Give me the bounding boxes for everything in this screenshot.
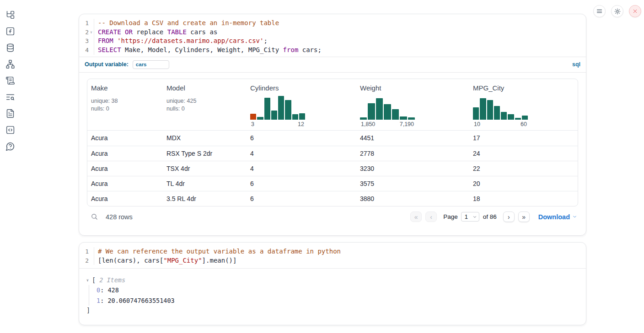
item-value: 20.060747663551403 (107, 297, 174, 304)
gear-icon (614, 8, 621, 15)
documentation-file-icon[interactable] (5, 108, 16, 119)
page-total-label: of 86 (483, 213, 497, 220)
items-count: 2 Items (99, 275, 125, 285)
histogram-bar (299, 113, 305, 120)
hamburger-icon (596, 8, 603, 15)
table-row[interactable]: Acura TSX 4dr 4 3230 22 (87, 161, 578, 176)
output-variable-input[interactable] (133, 60, 169, 69)
code-text: SELECT Make, Model, Cylinders, Weight, M… (94, 46, 322, 55)
histogram-bar (271, 111, 277, 120)
mpg-city-histogram: 1060 (473, 96, 528, 127)
table-header: Make unique: 38 nulls: 0 Model unique: 4… (87, 79, 578, 131)
python-cell: 1 # We can reference the output variable… (79, 242, 586, 325)
row-count: 428 rows (106, 213, 133, 221)
help-chat-icon[interactable] (5, 141, 16, 152)
line-number: 2∨ (79, 28, 94, 37)
code-line[interactable]: 4 SELECT Make, Model, Cylinders, Weight,… (79, 46, 586, 55)
histogram-bar (494, 106, 500, 120)
item-index: 1 (97, 297, 100, 304)
column-header-weight[interactable]: Weight 1,8507,190 (356, 79, 469, 130)
cell-make: Acura (87, 180, 163, 187)
table-row[interactable]: Acura TL 4dr 6 3575 20 (87, 176, 578, 191)
cell-weight: 3230 (356, 165, 469, 172)
cell-weight: 2778 (356, 150, 469, 157)
histogram-bar (487, 100, 493, 120)
histogram-bar (522, 116, 528, 120)
histogram-bar (285, 100, 291, 120)
table-row[interactable]: Acura 3.5 RL 4dr 6 3880 18 (87, 191, 578, 206)
histogram-bar (376, 98, 383, 120)
scratchpad-scroll-icon[interactable] (5, 75, 16, 86)
settings-button[interactable] (611, 5, 623, 17)
code-line[interactable]: 2∨ CREATE OR replace TABLE cars as (79, 28, 586, 37)
histogram-bar (408, 117, 415, 120)
column-header-mpg-city[interactable]: MPG_City 1060 (469, 79, 578, 130)
code-text: -- Download a CSV and create an in-memor… (94, 19, 279, 28)
histogram-bar (515, 118, 521, 120)
search-icon[interactable] (91, 213, 98, 221)
cell-model: 3.5 RL 4dr (163, 195, 247, 202)
column-header-model[interactable]: Model unique: 425 nulls: 0 (163, 79, 247, 130)
histogram-bar (384, 104, 391, 120)
cell-weight: 3575 (356, 180, 469, 187)
python-code-editor[interactable]: 1 # We can reference the output variable… (79, 243, 586, 269)
dependency-graph-icon[interactable] (5, 58, 16, 69)
code-line[interactable]: 1 -- Download a CSV and create an in-mem… (79, 19, 586, 28)
language-badge: sql (572, 61, 580, 68)
code-line[interactable]: 3 FROM 'https://datasets.marimo.app/cars… (79, 37, 586, 46)
close-bracket: ] (86, 306, 579, 315)
chevron-left-icon: ‹ (430, 214, 432, 220)
cell-make: Acura (87, 150, 163, 157)
tree-collapse-chevron-icon[interactable]: ∨ (86, 275, 92, 285)
line-number: 1 (79, 247, 94, 256)
histogram-bar (292, 114, 298, 119)
line-number: 3 (79, 37, 94, 46)
page-label: Page (443, 213, 458, 220)
histogram-bar (368, 103, 375, 119)
fold-chevron-icon[interactable]: ∨ (89, 31, 94, 34)
next-page-button[interactable]: › (503, 211, 515, 222)
table-row[interactable]: Acura MDX 6 4451 17 (87, 131, 578, 146)
histogram-bar (501, 112, 507, 120)
chevron-down-icon (572, 214, 577, 219)
variables-function-icon[interactable] (5, 26, 16, 37)
cylinders-histogram: 312 (250, 96, 305, 127)
snippets-code-icon[interactable] (5, 124, 16, 135)
code-line[interactable]: 2 [len(cars), cars["MPG_City"].mean()] (79, 256, 586, 265)
download-button[interactable]: Download (538, 213, 577, 221)
first-page-button[interactable]: « (410, 211, 422, 222)
cell-weight: 4451 (356, 134, 469, 142)
file-tree-icon[interactable] (5, 9, 16, 20)
python-output-tree: ∨ [ 2 Items 0: 428 1: 20.060747663551403… (79, 269, 586, 315)
column-stats: unique: 38 nulls: 0 (91, 97, 159, 113)
column-header-make[interactable]: Make unique: 38 nulls: 0 (87, 79, 163, 130)
chevrons-right-icon: » (522, 214, 526, 220)
cell-mpg-city: 22 (469, 165, 578, 172)
histogram-bar (257, 117, 263, 120)
database-icon[interactable] (5, 42, 16, 53)
cell-cylinders: 6 (247, 180, 356, 187)
code-line[interactable]: 1 # We can reference the output variable… (79, 247, 586, 256)
menu-button[interactable] (593, 5, 606, 17)
weight-histogram: 1,8507,190 (360, 96, 415, 127)
histogram-bar (264, 98, 270, 120)
column-header-cylinders[interactable]: Cylinders 312 (247, 79, 356, 130)
cell-model: TL 4dr (163, 180, 247, 187)
cell-cylinders: 4 (247, 165, 356, 172)
output-variable-label: Output variable: (85, 61, 129, 68)
logs-text-search-icon[interactable] (5, 91, 16, 102)
cell-mpg-city: 17 (469, 134, 578, 142)
histogram-bar (360, 117, 367, 120)
table-row[interactable]: Acura RSX Type S 2dr 4 2778 24 (87, 146, 578, 161)
shutdown-button[interactable] (629, 5, 641, 17)
last-page-button[interactable]: » (518, 211, 530, 222)
cell-mpg-city: 20 (469, 180, 578, 187)
page-select[interactable]: 1 (461, 212, 479, 222)
cell-make: Acura (87, 165, 163, 172)
cell-model: MDX (163, 134, 247, 142)
sql-code-editor[interactable]: 1 -- Download a CSV and create an in-mem… (79, 14, 586, 57)
tree-item: 1: 20.060747663551403 (97, 296, 579, 306)
open-bracket: [ (92, 275, 96, 285)
prev-page-button[interactable]: ‹ (425, 211, 437, 222)
code-text: CREATE OR replace TABLE cars as (94, 28, 217, 37)
